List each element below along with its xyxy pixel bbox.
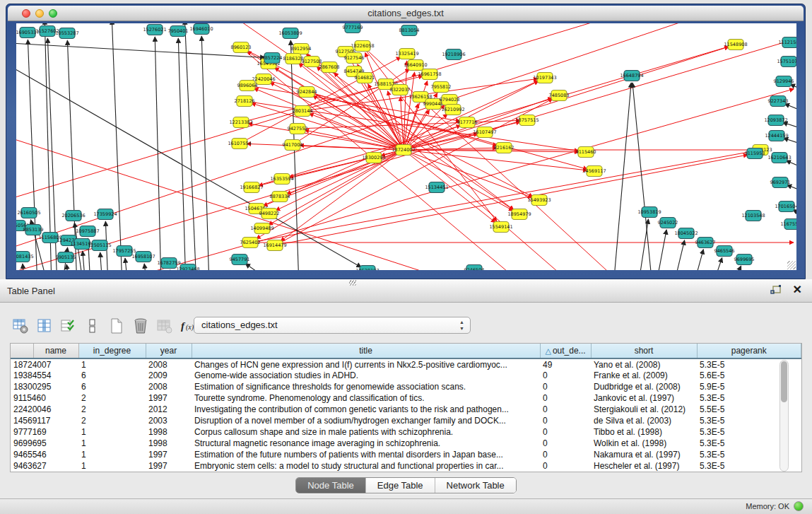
cell[interactable]: Yano et al. (2008) [591,358,697,370]
table-row[interactable]: 969969511998Structural magnetic resonanc… [11,438,801,449]
graph-node[interactable]: 26160505 [17,208,40,218]
cell[interactable]: 1 [78,426,146,438]
cell[interactable]: 2009 [146,370,192,381]
column-header-year[interactable]: year [146,344,192,358]
graph-node[interactable]: 16648794 [620,71,643,81]
column-header-title[interactable]: title [192,344,540,358]
cell[interactable]: 18724007 [11,358,78,370]
cell[interactable]: 2012 [146,404,192,415]
graph-node[interactable]: 9692971 [770,177,791,188]
cell[interactable]: Nakamura et al. (1997) [591,449,697,460]
graph-node[interactable]: 7955812 [431,82,452,93]
cell[interactable]: 2008 [146,381,192,392]
cell[interactable]: 1 [78,449,146,460]
graph-node[interactable]: 6794028 [440,95,460,105]
cell[interactable]: 0 [540,392,591,404]
graph-node[interactable]: 12444159 [765,131,788,141]
graph-node[interactable]: 16107554 [228,139,251,149]
column-header-blank[interactable] [11,344,33,358]
graph-node[interactable]: 9777169 [343,23,363,33]
graph-node[interactable]: 19218906 [442,49,465,60]
graph-node[interactable]: 9427552 [288,124,308,134]
graph-node[interactable]: 20206536 [61,211,85,221]
graph-node[interactable]: 16053809 [278,28,302,39]
graph-node[interactable]: 9498222 [259,209,280,219]
column-header-short[interactable]: short [591,344,697,358]
tab-network-table[interactable]: Network Table [435,478,516,493]
close-panel-icon[interactable]: ✕ [793,283,802,296]
cell[interactable]: 1997 [146,392,192,404]
table-row[interactable]: 911546021997Tourette syndrome. Phenomeno… [11,392,801,404]
graph-node[interactable]: 16210992 [441,105,464,115]
graph-node[interactable]: 10953819 [637,207,661,218]
graph-node[interactable]: 9246504 [464,265,485,271]
graph-node[interactable]: 16946010 [189,24,213,35]
graph-node[interactable]: 7485083 [549,90,570,101]
graph-node[interactable]: 8322037 [390,85,411,95]
cell[interactable]: 6 [78,381,146,392]
cell[interactable]: Investigating the contribution of common… [192,404,540,415]
graph-node[interactable]: 15134451 [425,182,448,193]
float-panel-icon[interactable] [770,285,782,296]
cell[interactable]: 1998 [146,426,192,438]
cell[interactable]: Stergiakouli et al. (2012) [591,404,697,415]
graph-node[interactable]: 10975887 [76,226,99,237]
graph-node[interactable]: 12103548 [741,211,765,221]
cell[interactable]: Estimation of significance thresholds fo… [192,381,540,392]
graph-node[interactable]: 8813054 [399,25,420,36]
cell[interactable]: 0 [540,370,591,381]
cell[interactable]: 0 [540,460,591,472]
cell[interactable]: 1998 [146,438,192,449]
column-header-in_degree[interactable]: in_degree [78,344,146,358]
graph-node[interactable]: 16914479 [263,240,286,251]
graph-node[interactable]: 9127546 [344,53,365,64]
cell[interactable]: 0 [540,426,591,438]
table-row[interactable]: 946554611997Estimation of the future num… [11,449,801,460]
graph-node[interactable]: 12093872 [764,115,787,126]
graph-node[interactable]: 15549141 [489,222,512,233]
cell[interactable]: 2008 [146,358,192,370]
cell[interactable]: Disruption of a novel member of a sodium… [192,415,540,426]
graph-node[interactable]: 17016504 [775,201,796,212]
cell[interactable]: 18300295 [11,381,78,392]
cell[interactable]: 49 [540,358,591,370]
cell[interactable]: 19384554 [11,370,78,381]
graph-node[interactable]: 11121580 [778,37,796,48]
import-table-icon[interactable] [155,317,174,335]
table-row[interactable]: 1830029562008Estimation of significance … [11,381,801,392]
canvas-resize-grip[interactable] [787,261,796,269]
graph-node[interactable]: 9463627 [695,238,716,248]
network-canvas[interactable]: 1872400718300295896012389129541822605891… [16,23,796,270]
tab-edge-table[interactable]: Edge Table [366,478,435,493]
graph-node[interactable]: 9177716 [457,117,478,128]
cell[interactable]: Structural magnetic resonance image aver… [192,438,540,449]
select-columns-icon[interactable] [35,317,54,335]
cell[interactable]: 14569117 [11,415,78,426]
graph-node[interactable]: 21081435 [16,252,34,262]
row-height-icon[interactable] [83,317,102,335]
cell[interactable]: Hescheler et al. (1997) [591,460,697,472]
graph-node[interactable]: 8186328 [283,54,304,64]
graph-node[interactable]: 9699695 [734,255,755,265]
table-row[interactable]: 2242004622012Investigating the contribut… [11,404,801,415]
table-row[interactable]: 1872400712008Changes of HCN gene express… [11,358,801,370]
cell[interactable]: 9699695 [11,438,78,449]
graph-node[interactable]: 15276021 [143,25,166,35]
cell[interactable]: Corpus callosum shape and size in male p… [192,426,540,438]
cell[interactable]: 9115460 [11,392,78,404]
cell[interactable]: 0 [540,415,591,426]
cell[interactable]: 9777169 [11,426,78,438]
table-row[interactable]: 1938455462009Genome-wide association stu… [11,370,801,381]
cell[interactable]: 22420046 [11,404,78,415]
graph-node[interactable]: 9115953 [745,148,765,159]
graph-node[interactable]: 14099489 [250,223,273,234]
cell[interactable]: Jankovic et al. (1997) [591,392,697,404]
table-row[interactable]: 1456911722003Disruption of a novel membe… [11,415,801,426]
cell[interactable]: 1997 [146,460,192,472]
table-row[interactable]: 946362711997Embryonic stem cells: a mode… [11,460,801,472]
cell[interactable]: de Silva et al. (2003) [591,415,697,426]
cell[interactable]: 6 [78,370,146,381]
table-row[interactable]: 977716911998Corpus callosum shape and si… [11,426,801,438]
graph-node[interactable]: 18954979 [507,209,531,220]
table-select-dropdown[interactable]: citations_edges.txt ▲▼ [194,317,471,334]
